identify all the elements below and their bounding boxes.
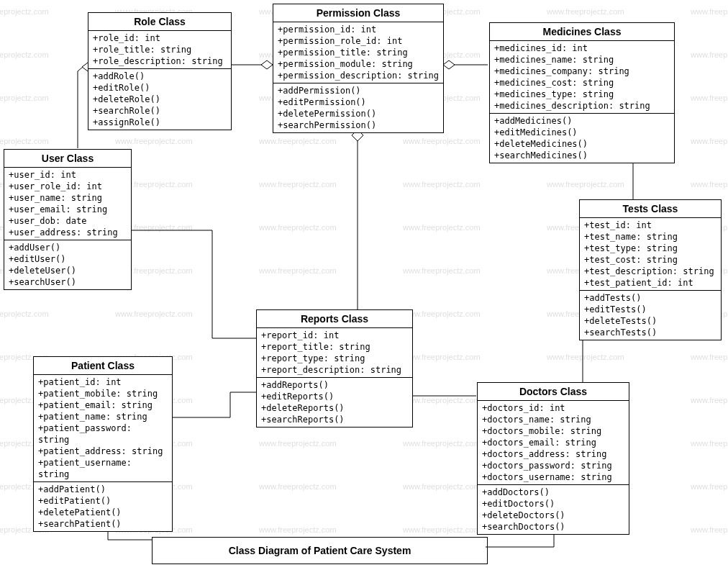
class-permission-title: Permission Class <box>273 4 443 22</box>
uml-line: +role_id: int <box>93 32 227 44</box>
class-reports-ops: +addReports()+editReports()+deleteReport… <box>257 378 412 427</box>
watermark-text: www.freeprojectz.com <box>259 180 337 189</box>
class-patient-attrs: +patient_id: int+patient_mobile: string+… <box>34 375 172 482</box>
class-permission: Permission Class +permission_id: int+per… <box>273 4 444 133</box>
class-doctors-ops: +addDoctors()+editDoctors()+deleteDoctor… <box>478 485 629 534</box>
uml-line: +editUser() <box>9 253 127 265</box>
watermark-text: www.freeprojectz.com <box>259 439 337 448</box>
class-permission-attrs: +permission_id: int+permission_role_id: … <box>273 22 443 83</box>
class-tests-title: Tests Class <box>580 200 721 218</box>
uml-line: +deleteReports() <box>261 402 408 414</box>
watermark-text: www.freeprojectz.com <box>691 94 728 102</box>
class-permission-ops: +addPermission()+editPermission()+delete… <box>273 83 443 132</box>
uml-line: +addReports() <box>261 379 408 391</box>
class-user: User Class +user_id: int+user_role_id: i… <box>4 149 132 290</box>
uml-line: +medicines_id: int <box>494 42 670 54</box>
uml-line: +patient_username: string <box>38 457 168 480</box>
uml-line: +test_id: int <box>584 220 716 231</box>
uml-line: +medicines_cost: string <box>494 77 670 89</box>
uml-line: +deleteTests() <box>584 315 716 327</box>
uml-line: +deletePatient() <box>38 507 168 518</box>
uml-line: +doctors_password: string <box>482 460 624 471</box>
uml-line: +addUser() <box>9 242 127 253</box>
uml-line: +searchUser() <box>9 276 127 288</box>
watermark-text: www.freeprojectz.com <box>691 137 728 145</box>
uml-line: +user_email: string <box>9 204 127 215</box>
watermark-text: www.freeprojectz.com <box>0 137 49 145</box>
uml-line: +permission_id: int <box>278 24 439 35</box>
class-role-attrs: +role_id: int+role_title: string+role_de… <box>88 31 231 69</box>
uml-line: +user_id: int <box>9 169 127 181</box>
class-reports: Reports Class +report_id: int+report_tit… <box>256 309 413 428</box>
uml-line: +addPatient() <box>38 484 168 495</box>
watermark-text: www.freeprojectz.com <box>403 266 481 275</box>
watermark-text: www.freeprojectz.com <box>403 439 481 448</box>
watermark-text: www.freeprojectz.com <box>691 353 728 361</box>
class-tests: Tests Class +test_id: int+test_name: str… <box>579 199 722 340</box>
uml-line: +role_description: string <box>93 55 227 67</box>
uml-line: +searchDoctors() <box>482 521 624 533</box>
class-medicines-attrs: +medicines_id: int+medicines_name: strin… <box>490 41 674 114</box>
uml-line: +doctors_mobile: string <box>482 425 624 437</box>
uml-line: +patient_password: string <box>38 422 168 445</box>
class-tests-ops: +addTests()+editTests()+deleteTests()+se… <box>580 291 721 340</box>
uml-line: +deleteDoctors() <box>482 510 624 521</box>
uml-line: +deleteMedicines() <box>494 138 670 150</box>
uml-line: +permission_module: string <box>278 58 439 70</box>
uml-line: +permission_role_id: int <box>278 35 439 47</box>
uml-line: +patient_name: string <box>38 411 168 422</box>
class-medicines-ops: +addMedicines()+editMedicines()+deleteMe… <box>490 114 674 163</box>
uml-line: +searchRole() <box>93 105 227 117</box>
uml-line: +permission_title: string <box>278 47 439 58</box>
svg-marker-1 <box>261 60 273 69</box>
watermark-text: www.freeprojectz.com <box>403 396 481 404</box>
uml-line: +deleteUser() <box>9 265 127 276</box>
class-patient: Patient Class +patient_id: int+patient_m… <box>33 356 173 532</box>
uml-line: +patient_address: string <box>38 445 168 457</box>
uml-line: +permission_description: string <box>278 70 439 81</box>
watermark-text: www.freeprojectz.com <box>115 309 193 318</box>
watermark-text: www.freeprojectz.com <box>403 180 481 189</box>
uml-line: +medicines_type: string <box>494 89 670 100</box>
uml-line: +user_dob: date <box>9 215 127 227</box>
uml-line: +editReports() <box>261 391 408 402</box>
uml-line: +report_type: string <box>261 353 408 364</box>
uml-line: +test_cost: string <box>584 254 716 266</box>
uml-line: +editDoctors() <box>482 498 624 510</box>
watermark-text: www.freeprojectz.com <box>691 180 728 189</box>
uml-line: +medicines_name: string <box>494 54 670 65</box>
class-reports-attrs: +report_id: int+report_title: string+rep… <box>257 328 412 378</box>
watermark-text: www.freeprojectz.com <box>0 50 49 59</box>
watermark-text: www.freeprojectz.com <box>547 180 624 189</box>
watermark-text: www.freeprojectz.com <box>691 525 728 534</box>
uml-line: +test_description: string <box>584 266 716 277</box>
watermark-text: www.freeprojectz.com <box>0 94 49 102</box>
uml-line: +test_type: string <box>584 243 716 254</box>
uml-line: +editPatient() <box>38 495 168 507</box>
class-user-attrs: +user_id: int+user_role_id: int+user_nam… <box>4 168 131 240</box>
diagram-title: Class Diagram of Patient Care System <box>152 537 488 564</box>
uml-line: +deletePermission() <box>278 108 439 119</box>
class-tests-attrs: +test_id: int+test_name: string+test_typ… <box>580 218 721 291</box>
uml-line: +editRole() <box>93 82 227 94</box>
watermark-text: www.freeprojectz.com <box>403 525 481 534</box>
uml-line: +test_patient_id: int <box>584 277 716 289</box>
watermark-text: www.freeprojectz.com <box>259 482 337 491</box>
uml-line: +searchReports() <box>261 414 408 425</box>
class-role-ops: +addRole()+editRole()+deleteRole()+searc… <box>88 69 231 130</box>
watermark-text: www.freeprojectz.com <box>0 309 49 318</box>
uml-line: +doctors_id: int <box>482 402 624 414</box>
class-reports-title: Reports Class <box>257 310 412 328</box>
uml-line: +doctors_email: string <box>482 437 624 448</box>
uml-line: +assignRole() <box>93 117 227 128</box>
uml-line: +report_title: string <box>261 341 408 353</box>
uml-line: +deleteRole() <box>93 94 227 105</box>
uml-line: +user_role_id: int <box>9 181 127 192</box>
watermark-text: www.freeprojectz.com <box>403 309 481 318</box>
uml-line: +editPermission() <box>278 96 439 108</box>
uml-line: +user_name: string <box>9 192 127 204</box>
class-patient-ops: +addPatient()+editPatient()+deletePatien… <box>34 482 172 531</box>
watermark-text: www.freeprojectz.com <box>403 353 481 361</box>
uml-line: +report_id: int <box>261 330 408 341</box>
uml-line: +searchMedicines() <box>494 150 670 161</box>
